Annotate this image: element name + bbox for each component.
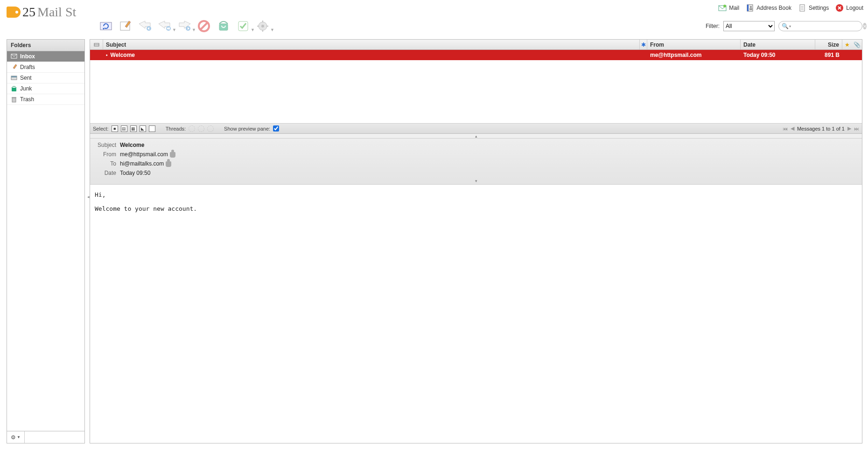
search-input[interactable] (793, 23, 863, 29)
forward-button[interactable]: ▼ (176, 18, 192, 34)
logo-text-25: 25 (22, 5, 35, 20)
dropdown-arrow-icon: ▼ (251, 28, 255, 32)
delete-button[interactable] (196, 18, 212, 34)
svg-line-26 (200, 22, 208, 30)
address-book-icon (746, 4, 754, 12)
search-clear-button[interactable]: ✕ (863, 23, 867, 29)
nav-logout[interactable]: Logout (835, 4, 863, 12)
svg-rect-3 (747, 5, 749, 11)
main-toolbar: ▼ ▼ ▼ ▼ Filter: All 🔍▾ ✕ (0, 16, 868, 36)
app-logo: 25 Mail St (7, 5, 76, 20)
mail-icon (718, 4, 727, 12)
logo-tag-icon (7, 7, 21, 18)
nav-mail[interactable]: Mail (718, 4, 739, 12)
settings-doc-icon (798, 4, 806, 12)
toolbar-actions: ▼ ▼ ▼ ▼ (98, 18, 271, 34)
filter-select[interactable]: All (723, 21, 775, 31)
search-menu-arrow-icon[interactable]: ▾ (789, 24, 791, 28)
compose-button[interactable] (118, 18, 133, 34)
reply-all-button[interactable]: ▼ (157, 18, 173, 34)
svg-rect-5 (749, 8, 752, 10)
refresh-button[interactable] (98, 18, 114, 34)
filter-label: Filter: (706, 23, 720, 29)
svg-point-1 (723, 5, 726, 7)
search-box[interactable]: 🔍▾ ✕ (778, 21, 862, 31)
dropdown-arrow-icon: ▼ (270, 28, 274, 32)
junk-button[interactable] (216, 18, 231, 34)
nav-logout-label: Logout (846, 5, 863, 11)
nav-settings-label: Settings (809, 5, 829, 11)
nav-settings[interactable]: Settings (798, 4, 829, 12)
dropdown-arrow-icon: ▼ (192, 28, 196, 32)
mark-button[interactable]: ▼ (235, 18, 251, 34)
top-nav: Mail Address Book Settings Logout (0, 0, 868, 16)
svg-point-30 (261, 25, 264, 28)
nav-mail-label: Mail (729, 5, 739, 11)
toolbar-filter: Filter: All 🔍▾ ✕ (706, 21, 862, 31)
svg-point-4 (750, 6, 752, 8)
logout-icon (835, 4, 844, 12)
logo-text-mailst: Mail St (37, 5, 76, 20)
dropdown-arrow-icon: ▼ (172, 28, 176, 32)
search-icon: 🔍 (782, 23, 789, 29)
nav-address-book[interactable]: Address Book (746, 4, 791, 12)
reply-button[interactable] (137, 18, 153, 34)
more-actions-button[interactable]: ▼ (255, 18, 271, 34)
nav-address-book-label: Address Book (756, 5, 791, 11)
